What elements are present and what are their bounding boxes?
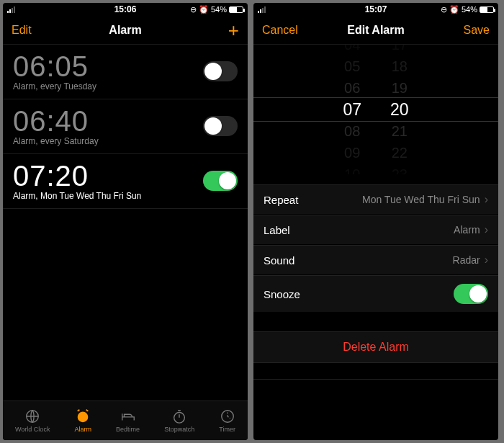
row-value: Mon Tue Wed Thu Fri Sun bbox=[362, 194, 480, 205]
tab-bar: World Clock Alarm Bedtime Stopwatch Time… bbox=[3, 401, 248, 440]
tab-world-clock[interactable]: World Clock bbox=[15, 408, 50, 433]
row-value: Alarm bbox=[454, 224, 480, 236]
alarm-row[interactable]: 06:40 Alarm, every Saturday bbox=[3, 99, 248, 154]
repeat-row[interactable]: Repeat Mon Tue Wed Thu Fri Sun› bbox=[253, 184, 498, 215]
tab-bedtime[interactable]: Bedtime bbox=[116, 408, 140, 433]
chevron-right-icon: › bbox=[485, 254, 488, 267]
divider bbox=[253, 379, 498, 380]
chevron-right-icon: › bbox=[485, 193, 488, 206]
status-time: 15:06 bbox=[114, 4, 137, 14]
alarm-toggle[interactable] bbox=[203, 171, 238, 191]
row-label: Snooze bbox=[264, 288, 300, 300]
label-row[interactable]: Label Alarm› bbox=[253, 215, 498, 245]
cancel-button[interactable]: Cancel bbox=[262, 24, 298, 37]
tab-label: Alarm bbox=[74, 426, 91, 433]
timer-icon bbox=[220, 408, 235, 424]
status-bar: 15:06 ⊖ ⏰ 54% bbox=[3, 3, 248, 16]
tab-alarm[interactable]: Alarm bbox=[74, 408, 91, 433]
tab-label: Bedtime bbox=[116, 426, 140, 433]
row-value: Radar bbox=[453, 254, 480, 266]
edit-alarm-screen: 15:07 ⊖ ⏰ 54% Cancel Edit Alarm Save 04 … bbox=[253, 3, 498, 440]
alarm-time: 07:20 bbox=[13, 160, 141, 192]
battery-pct: 54% bbox=[211, 5, 227, 14]
sound-row[interactable]: Sound Radar› bbox=[253, 245, 498, 275]
alarm-row[interactable]: 06:05 Alarm, every Tuesday bbox=[3, 45, 248, 99]
row-label: Sound bbox=[264, 254, 294, 267]
time-picker[interactable]: 04 05 06 07 08 09 10 17 18 19 20 21 22 2… bbox=[253, 45, 498, 174]
alarm-sub: Alarm, every Tuesday bbox=[13, 81, 96, 91]
alarm-list: 06:05 Alarm, every Tuesday 06:40 Alarm, … bbox=[3, 45, 248, 401]
alarm-sub: Alarm, every Saturday bbox=[13, 136, 99, 146]
page-title: Alarm bbox=[109, 24, 141, 37]
picker-selection-lines bbox=[253, 97, 498, 122]
status-bar: 15:07 ⊖ ⏰ 54% bbox=[253, 3, 498, 16]
stopwatch-icon bbox=[171, 408, 187, 424]
add-alarm-button[interactable]: + bbox=[228, 21, 239, 40]
snooze-row: Snooze bbox=[253, 275, 498, 313]
dnd-icon: ⊖ bbox=[190, 5, 197, 14]
alarm-row[interactable]: 07:20 Alarm, Mon Tue Wed Thu Fri Sun bbox=[3, 154, 248, 209]
tab-timer[interactable]: Timer bbox=[219, 408, 235, 433]
chevron-right-icon: › bbox=[485, 223, 488, 236]
snooze-toggle[interactable] bbox=[454, 284, 488, 304]
nav-bar: Cancel Edit Alarm Save bbox=[253, 16, 498, 45]
alarm-status-icon: ⏰ bbox=[449, 5, 459, 14]
signal-icon bbox=[258, 6, 266, 13]
alarm-status-icon: ⏰ bbox=[199, 5, 209, 14]
alarm-time: 06:05 bbox=[13, 50, 96, 83]
globe-icon bbox=[24, 408, 40, 424]
delete-alarm-button[interactable]: Delete Alarm bbox=[253, 331, 498, 363]
row-label: Label bbox=[264, 224, 290, 236]
battery-pct: 54% bbox=[462, 5, 477, 14]
bed-icon bbox=[120, 408, 136, 424]
status-time: 15:07 bbox=[365, 4, 387, 14]
dnd-icon: ⊖ bbox=[441, 5, 447, 14]
alarm-list-screen: 15:06 ⊖ ⏰ 54% Edit Alarm + 06:05 Alarm, … bbox=[3, 3, 248, 440]
svg-point-1 bbox=[78, 412, 89, 423]
tab-label: Stopwatch bbox=[164, 426, 194, 433]
alarm-toggle[interactable] bbox=[203, 116, 238, 136]
alarm-clock-icon bbox=[75, 408, 91, 424]
signal-icon bbox=[7, 6, 15, 13]
save-button[interactable]: Save bbox=[464, 24, 490, 37]
svg-point-2 bbox=[174, 413, 185, 424]
tab-stopwatch[interactable]: Stopwatch bbox=[164, 408, 194, 433]
tab-label: World Clock bbox=[15, 426, 50, 433]
page-title: Edit Alarm bbox=[347, 24, 404, 37]
battery-icon bbox=[229, 6, 243, 13]
edit-button[interactable]: Edit bbox=[12, 24, 32, 37]
tab-label: Timer bbox=[219, 426, 235, 433]
alarm-settings: Repeat Mon Tue Wed Thu Fri Sun› Label Al… bbox=[253, 184, 498, 313]
alarm-time: 06:40 bbox=[13, 105, 99, 138]
battery-icon bbox=[480, 6, 494, 13]
row-label: Repeat bbox=[264, 194, 298, 206]
alarm-toggle[interactable] bbox=[203, 61, 238, 81]
alarm-sub: Alarm, Mon Tue Wed Thu Fri Sun bbox=[13, 191, 141, 201]
nav-bar: Edit Alarm + bbox=[3, 16, 248, 45]
